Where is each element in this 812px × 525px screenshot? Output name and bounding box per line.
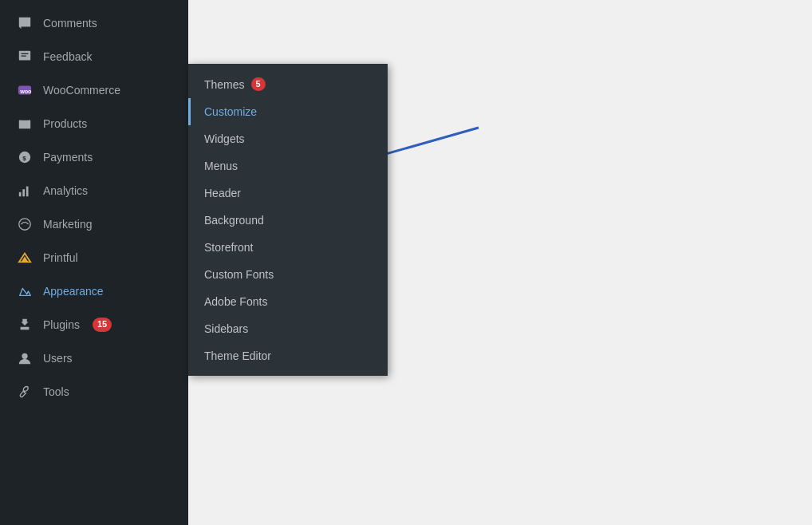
sidebar-item-label: Feedback: [43, 50, 92, 63]
svg-rect-8: [26, 187, 29, 197]
submenu-item-custom-fonts[interactable]: Custom Fonts: [188, 261, 388, 288]
submenu-item-customize[interactable]: Customize: [188, 98, 388, 125]
submenu-item-menus[interactable]: Menus: [188, 152, 388, 180]
submenu-item-sidebars[interactable]: Sidebars: [188, 315, 388, 342]
sidebar-item-label: Plugins: [43, 318, 80, 331]
submenu-item-label: Custom Fonts: [204, 268, 274, 281]
sidebar-item-plugins[interactable]: Plugins 15: [0, 308, 188, 341]
submenu-item-label: Header: [204, 187, 241, 199]
sidebar-item-label: Users: [43, 352, 73, 365]
submenu-item-label: Theme Editor: [204, 349, 271, 362]
feedback-icon: [16, 48, 34, 65]
sidebar-item-printful[interactable]: Printful: [0, 241, 188, 274]
sidebar-item-payments[interactable]: $ Payments: [0, 140, 188, 174]
sidebar-item-appearance[interactable]: Appearance: [0, 274, 188, 308]
submenu-item-label: Sidebars: [204, 322, 248, 335]
submenu-item-theme-editor[interactable]: Theme Editor: [188, 342, 388, 369]
svg-text:$: $: [22, 155, 26, 162]
sidebar-item-marketing[interactable]: Marketing: [0, 207, 188, 241]
submenu-item-label: Customize: [204, 105, 257, 118]
products-icon: [16, 115, 34, 132]
submenu-item-widgets[interactable]: Widgets: [188, 125, 388, 152]
submenu-item-adobe-fonts[interactable]: Adobe Fonts: [188, 288, 388, 315]
marketing-icon: [16, 215, 34, 233]
submenu-item-label: Storefront: [204, 241, 253, 254]
sidebar-item-woocommerce[interactable]: woo WooCommerce: [0, 73, 188, 107]
submenu-item-label: Adobe Fonts: [204, 295, 267, 308]
submenu-item-storefront[interactable]: Storefront: [188, 234, 388, 261]
tools-icon: [16, 383, 34, 401]
sidebar-item-comments[interactable]: Comments: [0, 6, 188, 40]
sidebar-item-label: Analytics: [43, 184, 88, 197]
sidebar: Comments Feedback woo WooCommerce: [0, 0, 188, 525]
svg-point-13: [22, 353, 27, 359]
submenu-item-background[interactable]: Background: [188, 207, 388, 234]
sidebar-item-label: Tools: [43, 385, 69, 398]
appearance-icon: [16, 282, 34, 300]
plugins-badge: 15: [93, 318, 112, 331]
sidebar-item-tools[interactable]: Tools: [0, 375, 188, 409]
comments-icon: [16, 14, 34, 32]
sidebar-item-label: WooCommerce: [43, 84, 120, 97]
sidebar-item-label: Appearance: [43, 285, 104, 298]
svg-rect-6: [19, 192, 22, 196]
sidebar-item-label: Payments: [43, 151, 93, 164]
users-icon: [16, 349, 34, 367]
submenu-item-header[interactable]: Header: [188, 180, 388, 207]
sidebar-item-label: Comments: [43, 17, 97, 30]
printful-icon: [16, 249, 34, 266]
analytics-icon: [16, 182, 34, 199]
submenu-item-label: Themes: [204, 78, 245, 91]
sidebar-item-label: Marketing: [43, 218, 92, 231]
sidebar-item-label: Products: [43, 117, 87, 130]
payments-icon: $: [16, 148, 34, 166]
sidebar-item-analytics[interactable]: Analytics: [0, 174, 188, 207]
svg-text:woo: woo: [19, 88, 32, 95]
submenu-item-label: Widgets: [204, 132, 245, 145]
woocommerce-icon: woo: [16, 81, 34, 99]
svg-rect-3: [19, 120, 30, 129]
submenu-item-themes[interactable]: Themes 5: [188, 70, 388, 98]
sidebar-item-users[interactable]: Users: [0, 341, 188, 375]
sidebar-item-products[interactable]: Products: [0, 107, 188, 140]
submenu-item-label: Menus: [204, 160, 238, 172]
sidebar-item-feedback[interactable]: Feedback: [0, 40, 188, 73]
svg-point-10: [19, 219, 30, 230]
svg-rect-7: [22, 189, 25, 196]
sidebar-item-label: Printful: [43, 251, 78, 264]
plugins-icon: [16, 316, 34, 334]
submenu-item-label: Background: [204, 214, 264, 227]
themes-badge: 5: [251, 77, 266, 91]
appearance-submenu: Themes 5 Customize Widgets Menus Header …: [188, 64, 388, 376]
